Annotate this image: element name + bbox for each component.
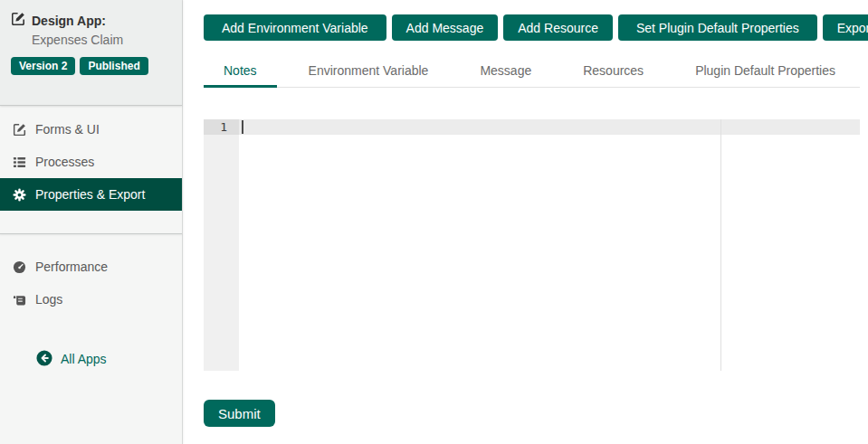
all-apps-label: All Apps — [61, 352, 107, 366]
published-badge[interactable]: Published — [80, 57, 148, 75]
sidebar-nav: Forms & UI Processes Properties & Export… — [0, 106, 182, 375]
sidebar: Design App: Expenses Claim Version 2 Pub… — [0, 0, 183, 444]
sidebar-item-performance[interactable]: Performance — [0, 250, 182, 283]
notes-code-editor[interactable]: 1 — [204, 119, 860, 371]
sidebar-item-properties-export[interactable]: Properties & Export — [0, 178, 182, 211]
sidebar-item-label: Performance — [35, 260, 108, 274]
editor-column-ruler — [720, 119, 721, 371]
logs-icon — [12, 293, 26, 307]
gear-icon — [12, 188, 26, 202]
sidebar-item-processes[interactable]: Processes — [0, 146, 182, 178]
arrow-circle-left-icon — [36, 350, 52, 369]
properties-toolbar: Add Environment Variable Add Message Add… — [204, 14, 868, 41]
version-badge[interactable]: Version 2 — [11, 57, 75, 75]
sidebar-item-label: Processes — [35, 155, 94, 169]
edit-square-icon — [12, 123, 26, 137]
app-header: Design App: Expenses Claim Version 2 Pub… — [0, 0, 182, 106]
app-name: Expenses Claim — [11, 33, 171, 47]
add-environment-variable-button[interactable]: Add Environment Variable — [204, 14, 386, 41]
edit-square-icon — [11, 12, 25, 30]
tab-message[interactable]: Message — [460, 56, 551, 88]
tab-notes[interactable]: Notes — [204, 56, 277, 88]
sidebar-item-label: Logs — [35, 292, 62, 307]
submit-button[interactable]: Submit — [204, 400, 275, 427]
sidebar-item-forms-ui[interactable]: Forms & UI — [0, 113, 182, 146]
gauge-icon — [12, 260, 26, 274]
tab-resources[interactable]: Resources — [563, 56, 663, 88]
tab-plugin-default-properties[interactable]: Plugin Default Properties — [675, 56, 855, 88]
sidebar-item-logs[interactable]: Logs — [0, 283, 182, 316]
all-apps-link[interactable]: All Apps — [0, 343, 182, 375]
list-icon — [12, 156, 26, 169]
sidebar-item-label: Properties & Export — [35, 187, 145, 202]
tab-environment-variable[interactable]: Environment Variable — [289, 56, 449, 88]
add-message-button[interactable]: Add Message — [392, 14, 499, 41]
editor-line-number: 1 — [204, 119, 239, 135]
editor-gutter: 1 — [204, 119, 239, 371]
properties-tabs: Notes Environment Variable Message Resou… — [204, 56, 860, 88]
editor-text-cursor — [242, 120, 243, 134]
sidebar-item-label: Forms & UI — [35, 122, 100, 137]
export-button[interactable]: Export — [823, 14, 868, 41]
design-app-title: Design App: — [32, 14, 106, 28]
add-resource-button[interactable]: Add Resource — [503, 14, 613, 41]
editor-active-line — [239, 119, 860, 135]
set-plugin-default-properties-button[interactable]: Set Plugin Default Properties — [618, 14, 817, 41]
